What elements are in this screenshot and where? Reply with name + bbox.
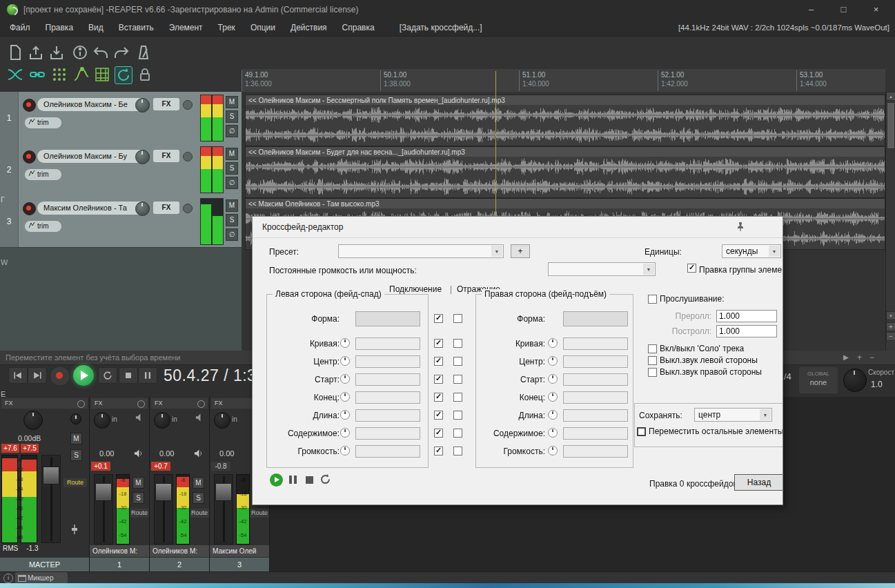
center-knob[interactable]: [548, 356, 558, 366]
playrate-knob[interactable]: [843, 369, 867, 392]
mirror-checkbox[interactable]: [453, 339, 462, 348]
scrollbar-thumb[interactable]: [887, 102, 895, 149]
input-label[interactable]: in: [112, 415, 117, 423]
volume-fader[interactable]: [94, 474, 113, 545]
solo-button[interactable]: S: [132, 492, 144, 504]
mirror-checkbox[interactable]: [453, 393, 462, 402]
volume-readout[interactable]: 0.00: [219, 449, 234, 458]
arrange-scrollbar[interactable]: [885, 92, 895, 351]
mixer-channel-1[interactable]: FX in 0.00 +0.1 -6 -18 -30 -42 -54 M S R…: [90, 397, 150, 571]
solo-button[interactable]: S: [226, 162, 238, 175]
menu-item[interactable]: Элемент: [161, 19, 210, 36]
preset-combo[interactable]: [338, 244, 504, 258]
menu-options[interactable]: Опции: [243, 19, 283, 36]
mute-button[interactable]: M: [226, 148, 238, 160]
media-item-1[interactable]: << Олейников Максим - Бессмертный полк П…: [245, 95, 885, 146]
volume-knob[interactable]: [135, 202, 150, 216]
link-checkbox[interactable]: [434, 314, 443, 323]
curve-knob[interactable]: [340, 338, 350, 348]
link-checkbox[interactable]: [434, 393, 443, 402]
curve-knob[interactable]: [548, 338, 558, 348]
track-panel-1[interactable]: 1 Олейников Максим - Бе FX trim M S ∅: [0, 92, 242, 144]
volume-knob[interactable]: [340, 446, 350, 455]
master-mono-button[interactable]: [70, 413, 81, 424]
mirror-checkbox[interactable]: [453, 357, 462, 366]
pause-button[interactable]: [138, 367, 157, 384]
speaker-icon[interactable]: [194, 449, 203, 460]
auto-crossfade-icon[interactable]: [7, 66, 23, 83]
link-checkbox[interactable]: [434, 357, 443, 366]
mute-button[interactable]: M: [132, 477, 144, 489]
add-preset-button[interactable]: +: [511, 244, 530, 258]
menu-track[interactable]: Трек: [210, 19, 243, 36]
units-combo[interactable]: секунды: [722, 244, 781, 258]
mixer-channel-2[interactable]: FX in 0.00 +0.7 -6 -18 -30 -42 -54 M S R…: [150, 397, 210, 571]
save-combo[interactable]: центр: [694, 408, 772, 422]
fx-slot[interactable]: FX: [151, 398, 208, 409]
mirror-checkbox[interactable]: [453, 411, 462, 420]
fx-slot[interactable]: FX: [1, 398, 88, 409]
end-input[interactable]: [355, 391, 420, 404]
volume-readout[interactable]: 0.00: [99, 449, 114, 458]
curve-input[interactable]: [355, 337, 420, 350]
fx-power-icon[interactable]: [197, 400, 205, 408]
repeat-loop-icon[interactable]: [115, 66, 132, 84]
trim-fader-icon[interactable]: [69, 524, 80, 537]
listen-checkbox[interactable]: [648, 295, 657, 304]
volume-readout[interactable]: 0.00: [159, 449, 174, 458]
fx-slot[interactable]: FX: [91, 398, 148, 409]
start-knob[interactable]: [548, 374, 558, 384]
master-tab[interactable]: МАСТЕР: [0, 558, 89, 571]
item-grouping-icon[interactable]: [29, 66, 46, 83]
time-signature[interactable]: /4: [784, 371, 791, 382]
menu-help[interactable]: Справка: [335, 19, 382, 36]
go-to-start-button[interactable]: [8, 367, 28, 384]
volume-knob[interactable]: [135, 98, 150, 112]
play-button[interactable]: [73, 365, 94, 386]
center-knob[interactable]: [340, 356, 350, 366]
pan-knob[interactable]: [154, 412, 170, 429]
link-checkbox[interactable]: [434, 447, 443, 455]
record-arm-button[interactable]: [23, 99, 36, 112]
record-arm-button[interactable]: [23, 202, 36, 215]
curve-input[interactable]: [563, 337, 628, 350]
solo-button[interactable]: S: [193, 492, 204, 504]
grid-dots-icon[interactable]: [51, 66, 68, 83]
record-button[interactable]: [50, 366, 70, 386]
end-knob[interactable]: [548, 392, 558, 402]
peak-readout[interactable]: +0.1: [91, 462, 110, 471]
mute-button[interactable]: M: [226, 96, 238, 108]
mirror-checkbox[interactable]: [453, 375, 462, 384]
length-knob[interactable]: [340, 410, 350, 420]
length-knob[interactable]: [548, 410, 558, 420]
pin-icon[interactable]: [736, 222, 745, 233]
volume-input[interactable]: [355, 445, 420, 458]
trim-envelope-button[interactable]: trim: [25, 221, 61, 232]
shape-input[interactable]: [563, 311, 628, 326]
solo-track-checkbox[interactable]: [648, 344, 657, 353]
volume-knob[interactable]: [135, 150, 150, 164]
group-edit-checkbox[interactable]: [687, 264, 696, 273]
master-route-button[interactable]: Route: [63, 478, 87, 487]
end-input[interactable]: [563, 391, 628, 404]
volume-knob[interactable]: [548, 446, 558, 455]
titlebar[interactable]: [проект не сохранён] -REAPER v6.66 -Заре…: [0, 0, 895, 19]
menu-set-crossfade[interactable]: [Задать кроссфейд...]: [392, 19, 490, 36]
track-name-button[interactable]: Олейников Максим - Бе: [37, 98, 147, 111]
mirror-checkbox[interactable]: [453, 447, 462, 455]
start-knob[interactable]: [340, 374, 350, 384]
link-checkbox[interactable]: [434, 339, 443, 348]
master-fader[interactable]: [41, 455, 61, 543]
length-input[interactable]: [355, 409, 420, 422]
item-waveform[interactable]: [245, 105, 885, 146]
link-checkbox[interactable]: [434, 429, 443, 438]
timeline-ruler[interactable]: 49.1.001:36.000 50.1.001:38.000 51.1.001…: [242, 69, 885, 92]
global-automation-button[interactable]: GLOBAL none: [799, 367, 838, 393]
snap-grid-icon[interactable]: [94, 66, 110, 83]
contents-knob[interactable]: [548, 428, 558, 438]
mute-right-checkbox[interactable]: [648, 368, 657, 377]
link-checkbox[interactable]: [434, 411, 443, 420]
record-arm-button[interactable]: [23, 150, 36, 164]
new-project-icon[interactable]: [7, 44, 23, 61]
contents-knob[interactable]: [340, 428, 350, 438]
